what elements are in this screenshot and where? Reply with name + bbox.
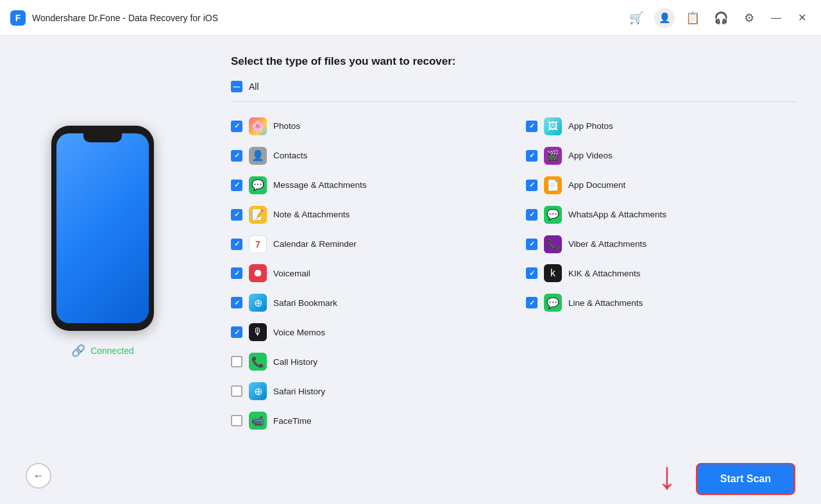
label-app-photos: App Photos <box>568 121 613 131</box>
user-icon[interactable]: 👤 <box>654 8 675 28</box>
all-label: All <box>249 81 259 92</box>
item-row-notes: 📝Note & Attachments <box>231 201 500 229</box>
checkbox-voice-memos[interactable] <box>231 326 242 338</box>
checkbox-calendar[interactable] <box>231 239 242 250</box>
label-notes: Note & Attachments <box>273 210 350 219</box>
document-icon[interactable]: 📋 <box>682 8 703 28</box>
left-panel: 🔗 Connected <box>0 36 205 448</box>
item-row-voicemail: ⏺Voicemail <box>231 260 500 288</box>
cart-icon[interactable]: 🛒 <box>626 8 647 28</box>
label-viber: Viber & Attachments <box>568 239 647 249</box>
label-app-document: App Document <box>568 180 625 190</box>
item-row-app-photos: 🖼App Photos <box>526 112 795 140</box>
icon-safari-history: ⊕ <box>249 382 267 400</box>
titlebar-right: 🛒 👤 📋 🎧 ⚙ — ✕ <box>626 8 811 28</box>
label-voicemail: Voicemail <box>273 269 310 278</box>
right-panel: Select the type of files you want to rec… <box>205 36 821 448</box>
back-button[interactable]: ← <box>26 463 51 489</box>
icon-voice-memos: 🎙 <box>249 323 267 341</box>
item-row-kik: kKIK & Attachments <box>526 260 795 288</box>
checkbox-kik[interactable] <box>526 267 537 279</box>
checkbox-photos[interactable] <box>231 121 242 132</box>
app-logo: F <box>10 10 26 26</box>
connected-status: 🔗 Connected <box>71 344 134 358</box>
icon-voicemail: ⏺ <box>249 264 267 282</box>
item-row-facetime: 📹FaceTime <box>231 407 500 435</box>
divider <box>231 101 795 102</box>
checkbox-safari-bookmark[interactable] <box>231 297 242 308</box>
settings-icon[interactable]: ⚙ <box>739 8 759 28</box>
bottom-bar: ← ↓ Start Scan <box>0 448 821 504</box>
label-safari-history: Safari History <box>273 387 325 396</box>
label-photos: Photos <box>273 121 300 131</box>
checkbox-viber[interactable] <box>526 239 537 250</box>
phone-screen <box>56 133 149 323</box>
item-row-photos: 🌸Photos <box>231 112 500 140</box>
checkbox-line[interactable] <box>526 297 537 308</box>
icon-call-history: 📞 <box>249 353 267 371</box>
minimize-button[interactable]: — <box>767 9 785 27</box>
label-contacts: Contacts <box>273 151 307 160</box>
right-actions: ↓ Start Scan <box>657 457 795 495</box>
checkbox-app-photos[interactable] <box>526 121 537 132</box>
icon-calendar: 7 <box>249 235 267 253</box>
label-voice-memos: Voice Memos <box>273 328 325 337</box>
icon-contacts: 👤 <box>249 147 267 165</box>
item-row-line: 💬Line & Attachments <box>526 289 795 317</box>
item-row-viber: 📞Viber & Attachments <box>526 230 795 258</box>
icon-line: 💬 <box>544 294 562 312</box>
item-row-safari-bookmark: ⊕Safari Bookmark <box>231 289 500 317</box>
icon-app-photos: 🖼 <box>544 117 562 135</box>
close-button[interactable]: ✕ <box>793 9 811 27</box>
checkbox-app-videos[interactable] <box>526 150 537 162</box>
label-call-history: Call History <box>273 357 317 367</box>
app-title: Wondershare Dr.Fone - Data Recovery for … <box>32 13 218 23</box>
label-facetime: FaceTime <box>273 416 312 426</box>
all-checkbox[interactable] <box>231 81 242 92</box>
phone-mockup <box>51 126 154 331</box>
checkbox-safari-history[interactable] <box>231 385 242 397</box>
item-row-safari-history: ⊕Safari History <box>231 377 500 405</box>
item-row-contacts: 👤Contacts <box>231 142 500 170</box>
icon-kik: k <box>544 264 562 282</box>
arrow-container: ↓ <box>657 457 677 495</box>
label-kik: KIK & Attachments <box>568 269 641 278</box>
checkbox-notes[interactable] <box>231 209 242 221</box>
item-row-app-videos: 🎬App Videos <box>526 142 795 170</box>
item-row-calendar: 7Calendar & Reminder <box>231 230 500 258</box>
checkbox-facetime[interactable] <box>231 415 242 426</box>
phone-notch <box>83 133 122 142</box>
checkbox-whatsapp[interactable] <box>526 209 537 221</box>
all-checkbox-row: All <box>231 81 795 92</box>
connected-label: Connected <box>90 346 134 356</box>
icon-photos: 🌸 <box>249 117 267 135</box>
red-arrow-icon: ↓ <box>657 457 677 495</box>
icon-safari-bookmark: ⊕ <box>249 294 267 312</box>
item-row-call-history: 📞Call History <box>231 348 500 376</box>
headset-icon[interactable]: 🎧 <box>711 8 731 28</box>
icon-notes: 📝 <box>249 206 267 224</box>
label-messages: Message & Attachments <box>273 180 367 190</box>
item-row-app-document: 📄App Document <box>526 171 795 199</box>
checkbox-contacts[interactable] <box>231 150 242 162</box>
checkbox-messages[interactable] <box>231 180 242 191</box>
icon-app-document: 📄 <box>544 176 562 194</box>
label-whatsapp: WhatsApp & Attachments <box>568 210 666 219</box>
item-row-voice-memos: 🎙Voice Memos <box>231 318 500 346</box>
label-line: Line & Attachments <box>568 298 643 308</box>
start-scan-button[interactable]: Start Scan <box>696 463 795 495</box>
icon-facetime: 📹 <box>249 412 267 430</box>
item-row-whatsapp: 💬WhatsApp & Attachments <box>526 201 795 229</box>
icon-viber: 📞 <box>544 235 562 253</box>
connected-icon: 🔗 <box>71 344 85 358</box>
label-safari-bookmark: Safari Bookmark <box>273 298 337 308</box>
checkbox-call-history[interactable] <box>231 356 242 367</box>
checkbox-app-document[interactable] <box>526 180 537 191</box>
icon-whatsapp: 💬 <box>544 206 562 224</box>
icon-messages: 💬 <box>249 176 267 194</box>
checkbox-voicemail[interactable] <box>231 267 242 279</box>
item-row-messages: 💬Message & Attachments <box>231 171 500 199</box>
label-calendar: Calendar & Reminder <box>273 239 357 249</box>
titlebar: F Wondershare Dr.Fone - Data Recovery fo… <box>0 0 821 36</box>
page-title: Select the type of files you want to rec… <box>231 55 795 68</box>
